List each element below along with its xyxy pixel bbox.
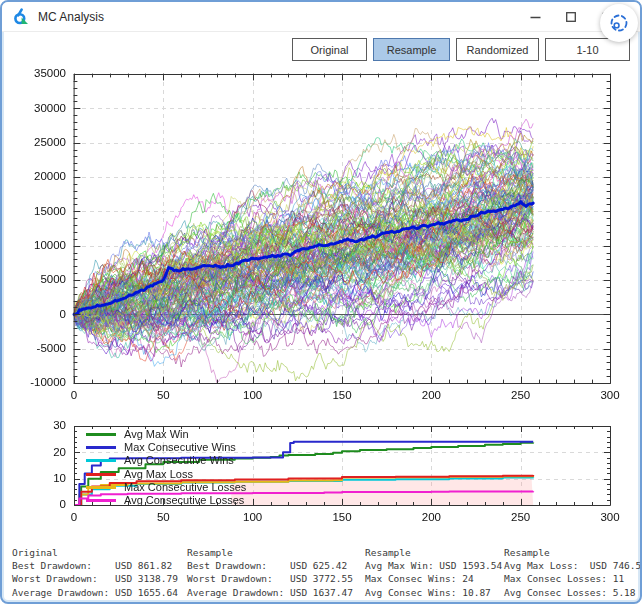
consec-chart-legend: Avg Max Win Max Consecutive Wins Avg Con… bbox=[86, 428, 246, 507]
randomized-button[interactable]: Randomized bbox=[456, 38, 539, 61]
legend-label: Max Consecutive Wins bbox=[124, 441, 236, 454]
legend-item: Avg Max Loss bbox=[86, 468, 246, 481]
stat-line: Max Consec Wins: 24 bbox=[365, 572, 502, 585]
stats-column-title: Resample bbox=[365, 546, 502, 559]
stats-column-title: Resample bbox=[504, 546, 641, 559]
legend-item: Avg Consecutive Losses bbox=[86, 494, 246, 507]
legend-label: Avg Max Loss bbox=[124, 468, 193, 481]
monte-carlo-equity-chart bbox=[2, 62, 642, 414]
legend-item: Avg Max Win bbox=[86, 428, 246, 441]
max-consecutive-wins-swatch bbox=[86, 446, 116, 449]
maximize-button[interactable] bbox=[560, 6, 582, 28]
legend-label: Avg Max Win bbox=[124, 428, 189, 441]
stat-line: Average Drawdown: USD 1637.47 bbox=[187, 586, 353, 599]
stat-line: Avg Max Win: USD 1593.54 bbox=[365, 559, 502, 572]
original-drawdown-stats: Original Best Drawdown: USD 861.82 Worst… bbox=[12, 546, 178, 599]
avg-consecutive-losses-swatch bbox=[86, 499, 116, 502]
legend-label: Avg Consecutive Losses bbox=[124, 494, 244, 507]
stat-line: Max Consec Losses: 11 bbox=[504, 572, 641, 585]
minimize-icon bbox=[530, 12, 541, 23]
titlebar: MC Analysis bbox=[2, 2, 640, 32]
screenshot-capture-button[interactable] bbox=[600, 4, 638, 42]
stat-line: Avg Max Loss: USD 746.5 bbox=[504, 559, 641, 572]
avg-consecutive-wins-swatch bbox=[86, 459, 116, 462]
maximize-icon bbox=[566, 12, 576, 22]
legend-item: Max Consecutive Wins bbox=[86, 441, 246, 454]
avg-max-win-swatch bbox=[86, 433, 116, 436]
stat-line: Worst Drawdown: USD 3772.55 bbox=[187, 572, 353, 585]
statistics-panel: Original Best Drawdown: USD 861.82 Worst… bbox=[2, 546, 640, 602]
stat-line: Avg Consec Wins: 10.87 bbox=[365, 586, 502, 599]
app-logo-icon bbox=[12, 8, 29, 25]
original-button[interactable]: Original bbox=[292, 38, 367, 61]
avg-max-loss-swatch bbox=[86, 473, 116, 476]
view-toolbar: Original Resample Randomized 1-10 bbox=[292, 38, 630, 61]
focus-capture-icon bbox=[608, 12, 630, 34]
stats-column-title: Original bbox=[12, 546, 178, 559]
minimize-button[interactable] bbox=[524, 6, 546, 28]
resample-button[interactable]: Resample bbox=[373, 38, 450, 61]
legend-item: Avg Consecutive Wins bbox=[86, 454, 246, 467]
stat-line: Best Drawdown: USD 861.82 bbox=[12, 559, 178, 572]
window-title: MC Analysis bbox=[38, 10, 104, 24]
legend-item: Max Consecutive Losses bbox=[86, 481, 246, 494]
stat-line: Average Drawdown: USD 1655.64 bbox=[12, 586, 178, 599]
resample-loss-stats: Resample Avg Max Loss: USD 746.5 Max Con… bbox=[504, 546, 641, 599]
stat-line: Worst Drawdown: USD 3138.79 bbox=[12, 572, 178, 585]
resample-win-stats: Resample Avg Max Win: USD 1593.54 Max Co… bbox=[365, 546, 502, 599]
stats-column-title: Resample bbox=[187, 546, 353, 559]
mc-analysis-window: MC Analysis Original Resample Randomized… bbox=[0, 0, 642, 604]
stat-line: Best Drawdown: USD 625.42 bbox=[187, 559, 353, 572]
legend-label: Avg Consecutive Wins bbox=[124, 454, 234, 467]
stat-line: Avg Consec Losses: 5.18 bbox=[504, 586, 641, 599]
resample-drawdown-stats: Resample Best Drawdown: USD 625.42 Worst… bbox=[187, 546, 353, 599]
max-consecutive-losses-swatch bbox=[86, 486, 116, 489]
legend-label: Max Consecutive Losses bbox=[124, 481, 246, 494]
